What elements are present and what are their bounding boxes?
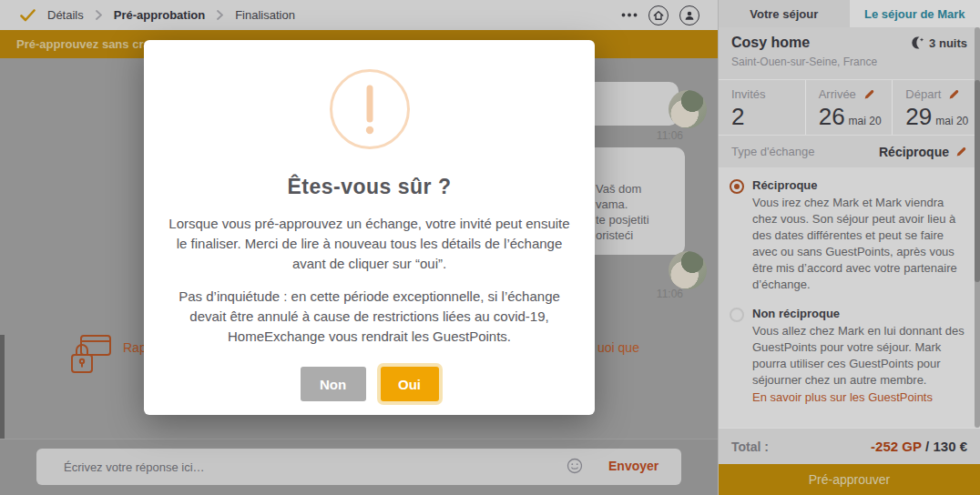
- nights-label: 3 nuits: [929, 36, 967, 50]
- arrival-day: 26: [819, 103, 845, 131]
- avatar[interactable]: [669, 90, 707, 128]
- moon-icon: [910, 35, 924, 50]
- option-description: Vous allez chez Mark en lui donnant des …: [752, 323, 969, 389]
- exchange-type-row: Type d'échange Réciproque: [719, 136, 980, 167]
- homeexchange-app: Détails Pré-approbation Finalisation Pré…: [0, 0, 980, 495]
- payment-warning-fragment: uoi que: [597, 340, 639, 355]
- user-profile-icon[interactable]: [679, 5, 699, 25]
- breadcrumb-step-finalization[interactable]: Finalisation: [235, 8, 295, 22]
- home-summary: Cosy home 3 nuits Saint-Ouen-sur-Seine, …: [719, 27, 980, 80]
- radio-selected-icon[interactable]: [730, 179, 744, 194]
- message-timestamp: 11:06: [628, 288, 683, 300]
- edit-departure-pencil-icon[interactable]: [948, 88, 960, 100]
- total-separator: /: [922, 439, 934, 454]
- lock-credit-card-icon: [67, 333, 113, 379]
- guests-label: Invités: [731, 87, 766, 101]
- option-title: Réciproque: [752, 178, 969, 192]
- tab-your-stay[interactable]: Votre séjour: [719, 0, 850, 27]
- modal-no-button[interactable]: Non: [301, 367, 366, 401]
- send-button[interactable]: Envoyer: [608, 459, 658, 473]
- exclamation-warning-icon: [328, 67, 412, 151]
- message-text-fragment: te posjetiti: [596, 213, 649, 227]
- total-row: Total : -252 GP / 130 €: [719, 428, 980, 464]
- breadcrumb: Détails Pré-approbation Finalisation: [0, 0, 718, 30]
- option-non-reciprocal[interactable]: Non réciproque Vous allez chez Mark en l…: [730, 307, 969, 406]
- check-icon: [20, 9, 36, 22]
- payment-warning-fragment: Rap: [123, 340, 147, 355]
- departure-day: 29: [905, 103, 932, 131]
- confirmation-modal: Êtes-vous sûr ? Lorsque vous pré-approuv…: [144, 40, 595, 415]
- total-label: Total :: [731, 439, 769, 454]
- stay-details-row: Invités 2 Arrivée 26 mai 20 Départ: [719, 80, 980, 136]
- tab-marks-stay[interactable]: Le séjour de Mark: [850, 0, 980, 27]
- guests-column: Invités 2: [719, 80, 806, 135]
- home-icon[interactable]: [648, 5, 669, 25]
- departure-label: Départ: [905, 87, 941, 101]
- option-title: Non réciproque: [752, 307, 969, 320]
- sidebar-scrollbar-thumb[interactable]: [975, 80, 980, 282]
- home-title: Cosy home: [731, 35, 810, 51]
- trip-sidebar: Votre séjour Le séjour de Mark Cosy home…: [718, 0, 980, 495]
- radio-unselected-icon[interactable]: [730, 308, 744, 322]
- total-guestpoints: -252 GP: [871, 439, 922, 454]
- message-text-fragment: Vaš dom: [596, 182, 641, 196]
- message-timestamp: 11:06: [628, 129, 683, 142]
- modal-paragraph: Pas d’inquiétude : en cette période exce…: [164, 287, 576, 347]
- edit-arrival-pencil-icon[interactable]: [863, 88, 875, 100]
- reply-input[interactable]: [36, 449, 681, 485]
- sidebar-tabs: Votre séjour Le séjour de Mark: [719, 0, 980, 27]
- option-reciprocal[interactable]: Réciproque Vous irez chez Mark et Mark v…: [730, 178, 969, 293]
- exchange-options: Réciproque Vous irez chez Mark et Mark v…: [719, 167, 980, 428]
- edit-exchange-type-pencil-icon[interactable]: [955, 146, 967, 157]
- reply-composer: Envoyer: [0, 439, 718, 495]
- nights-badge: 3 nuits: [910, 35, 967, 50]
- modal-paragraph: Lorsque vous pré-approuvez un échange, v…: [164, 214, 576, 274]
- banner-text: Pré-approuvez sans crain: [16, 37, 160, 51]
- option-description: Vous irez chez Mark et Mark viendra chez…: [752, 195, 969, 293]
- arrival-label: Arrivée: [819, 87, 856, 101]
- chevron-right-icon: [96, 10, 102, 20]
- departure-column: Départ 29 mai 20: [893, 80, 980, 135]
- guestpoints-learn-more-link[interactable]: En savoir plus sur les GuestPoints: [752, 389, 933, 406]
- preapprove-button[interactable]: Pré-approuver: [719, 464, 980, 495]
- arrival-column: Arrivée 26 mai 20: [806, 80, 893, 135]
- modal-title: Êtes-vous sûr ?: [144, 175, 595, 199]
- message-text-fragment: oristeći: [596, 228, 633, 242]
- home-location: Saint-Ouen-sur-Seine, France: [731, 56, 967, 68]
- chevron-right-icon: [217, 10, 223, 20]
- breadcrumb-step-preapproval[interactable]: Pré-approbation: [114, 8, 205, 22]
- sidebar-scrollbar-track[interactable]: [975, 27, 980, 428]
- avatar[interactable]: [669, 251, 707, 289]
- departure-month: mai 20: [935, 115, 968, 127]
- message-text-fragment: vama.: [596, 197, 628, 211]
- breadcrumb-step-details[interactable]: Détails: [47, 8, 84, 22]
- more-options-icon[interactable]: [621, 13, 638, 17]
- emoji-icon[interactable]: [567, 458, 583, 474]
- arrival-month: mai 20: [849, 115, 882, 127]
- modal-yes-button[interactable]: Oui: [381, 367, 439, 401]
- exchange-type-label: Type d'échange: [731, 145, 814, 158]
- exchange-type-value: Réciproque: [879, 145, 949, 159]
- total-euros: 130 €: [933, 439, 967, 454]
- guests-value: 2: [731, 103, 744, 131]
